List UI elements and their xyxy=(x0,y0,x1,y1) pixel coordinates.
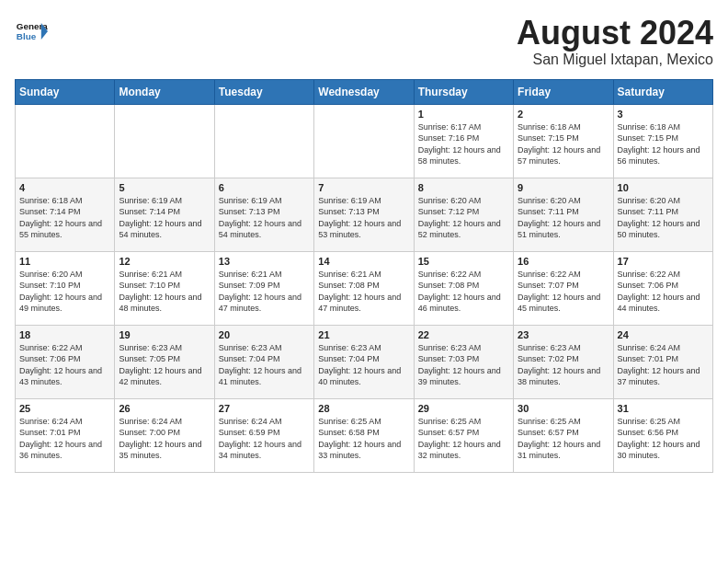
calendar-cell: 26Sunrise: 6:24 AMSunset: 7:00 PMDayligh… xyxy=(115,398,214,472)
day-header-monday: Monday xyxy=(115,79,214,104)
calendar-cell xyxy=(314,104,414,178)
day-info: Sunrise: 6:22 AMSunset: 7:06 PMDaylight:… xyxy=(618,269,709,315)
week-row-3: 11Sunrise: 6:20 AMSunset: 7:10 PMDayligh… xyxy=(16,251,713,325)
calendar-cell xyxy=(115,104,214,178)
calendar-cell: 13Sunrise: 6:21 AMSunset: 7:09 PMDayligh… xyxy=(214,251,313,325)
calendar-cell: 9Sunrise: 6:20 AMSunset: 7:11 PMDaylight… xyxy=(514,178,613,251)
day-number: 3 xyxy=(618,109,709,120)
title-block: August 2024 San Miguel Ixtapan, Mexico xyxy=(517,15,713,68)
day-info: Sunrise: 6:18 AMSunset: 7:14 PMDaylight:… xyxy=(19,195,110,241)
calendar-cell: 20Sunrise: 6:23 AMSunset: 7:04 PMDayligh… xyxy=(214,325,313,398)
day-number: 2 xyxy=(518,109,609,120)
day-number: 15 xyxy=(418,256,509,267)
calendar-cell: 7Sunrise: 6:19 AMSunset: 7:13 PMDaylight… xyxy=(314,178,414,251)
calendar-cell: 19Sunrise: 6:23 AMSunset: 7:05 PMDayligh… xyxy=(115,325,214,398)
day-info: Sunrise: 6:23 AMSunset: 7:03 PMDaylight:… xyxy=(418,342,509,388)
day-number: 19 xyxy=(119,329,210,340)
day-info: Sunrise: 6:25 AMSunset: 6:57 PMDaylight:… xyxy=(418,416,509,462)
day-info: Sunrise: 6:19 AMSunset: 7:13 PMDaylight:… xyxy=(318,195,409,241)
day-header-saturday: Saturday xyxy=(613,79,712,104)
calendar-cell: 14Sunrise: 6:21 AMSunset: 7:08 PMDayligh… xyxy=(314,251,414,325)
day-number: 28 xyxy=(318,403,409,414)
day-number: 4 xyxy=(19,182,110,193)
day-info: Sunrise: 6:18 AMSunset: 7:15 PMDaylight:… xyxy=(618,121,709,167)
calendar-cell: 21Sunrise: 6:23 AMSunset: 7:04 PMDayligh… xyxy=(314,325,414,398)
calendar-cell: 4Sunrise: 6:18 AMSunset: 7:14 PMDaylight… xyxy=(16,178,115,251)
day-number: 17 xyxy=(618,256,709,267)
calendar-table: SundayMondayTuesdayWednesdayThursdayFrid… xyxy=(15,79,713,473)
day-info: Sunrise: 6:22 AMSunset: 7:08 PMDaylight:… xyxy=(418,269,509,315)
calendar-cell: 17Sunrise: 6:22 AMSunset: 7:06 PMDayligh… xyxy=(613,251,712,325)
calendar-cell: 30Sunrise: 6:25 AMSunset: 6:57 PMDayligh… xyxy=(514,398,613,472)
day-header-sunday: Sunday xyxy=(16,79,115,104)
page-header: General Blue August 2024 San Miguel Ixta… xyxy=(15,15,713,68)
day-number: 30 xyxy=(518,403,609,414)
day-number: 6 xyxy=(219,182,310,193)
day-number: 23 xyxy=(518,329,609,340)
location-subtitle: San Miguel Ixtapan, Mexico xyxy=(517,52,713,68)
calendar-cell: 22Sunrise: 6:23 AMSunset: 7:03 PMDayligh… xyxy=(414,325,513,398)
day-info: Sunrise: 6:22 AMSunset: 7:07 PMDaylight:… xyxy=(518,269,609,315)
day-number: 8 xyxy=(418,182,509,193)
calendar-cell: 3Sunrise: 6:18 AMSunset: 7:15 PMDaylight… xyxy=(613,104,712,178)
svg-text:Blue: Blue xyxy=(17,31,37,41)
calendar-cell: 8Sunrise: 6:20 AMSunset: 7:12 PMDaylight… xyxy=(414,178,513,251)
day-info: Sunrise: 6:25 AMSunset: 6:58 PMDaylight:… xyxy=(318,416,409,462)
day-info: Sunrise: 6:18 AMSunset: 7:15 PMDaylight:… xyxy=(518,121,609,167)
day-info: Sunrise: 6:23 AMSunset: 7:02 PMDaylight:… xyxy=(518,342,609,388)
calendar-cell: 11Sunrise: 6:20 AMSunset: 7:10 PMDayligh… xyxy=(16,251,115,325)
calendar-cell: 10Sunrise: 6:20 AMSunset: 7:11 PMDayligh… xyxy=(613,178,712,251)
day-info: Sunrise: 6:21 AMSunset: 7:09 PMDaylight:… xyxy=(219,269,310,315)
calendar-cell: 27Sunrise: 6:24 AMSunset: 6:59 PMDayligh… xyxy=(214,398,313,472)
day-number: 27 xyxy=(219,403,310,414)
day-number: 1 xyxy=(418,109,509,120)
day-info: Sunrise: 6:20 AMSunset: 7:12 PMDaylight:… xyxy=(418,195,509,241)
day-header-tuesday: Tuesday xyxy=(214,79,313,104)
month-year-title: August 2024 xyxy=(517,15,713,52)
day-info: Sunrise: 6:24 AMSunset: 7:00 PMDaylight:… xyxy=(119,416,210,462)
day-info: Sunrise: 6:19 AMSunset: 7:13 PMDaylight:… xyxy=(219,195,310,241)
day-number: 29 xyxy=(418,403,509,414)
day-number: 26 xyxy=(119,403,210,414)
calendar-cell: 5Sunrise: 6:19 AMSunset: 7:14 PMDaylight… xyxy=(115,178,214,251)
day-info: Sunrise: 6:20 AMSunset: 7:11 PMDaylight:… xyxy=(618,195,709,241)
calendar-cell xyxy=(16,104,115,178)
calendar-cell: 18Sunrise: 6:22 AMSunset: 7:06 PMDayligh… xyxy=(16,325,115,398)
calendar-cell: 31Sunrise: 6:25 AMSunset: 6:56 PMDayligh… xyxy=(613,398,712,472)
day-number: 24 xyxy=(618,329,709,340)
day-number: 14 xyxy=(318,256,409,267)
day-info: Sunrise: 6:21 AMSunset: 7:10 PMDaylight:… xyxy=(119,269,210,315)
calendar-cell: 29Sunrise: 6:25 AMSunset: 6:57 PMDayligh… xyxy=(414,398,513,472)
calendar-cell: 24Sunrise: 6:24 AMSunset: 7:01 PMDayligh… xyxy=(613,325,712,398)
day-headers-row: SundayMondayTuesdayWednesdayThursdayFrid… xyxy=(16,79,713,104)
day-number: 9 xyxy=(518,182,609,193)
day-info: Sunrise: 6:24 AMSunset: 7:01 PMDaylight:… xyxy=(618,342,709,388)
logo-icon: General Blue xyxy=(15,15,48,48)
day-info: Sunrise: 6:23 AMSunset: 7:04 PMDaylight:… xyxy=(219,342,310,388)
week-row-1: 1Sunrise: 6:17 AMSunset: 7:16 PMDaylight… xyxy=(16,104,713,178)
day-info: Sunrise: 6:20 AMSunset: 7:10 PMDaylight:… xyxy=(19,269,110,315)
calendar-cell: 28Sunrise: 6:25 AMSunset: 6:58 PMDayligh… xyxy=(314,398,414,472)
calendar-cell: 16Sunrise: 6:22 AMSunset: 7:07 PMDayligh… xyxy=(514,251,613,325)
day-info: Sunrise: 6:22 AMSunset: 7:06 PMDaylight:… xyxy=(19,342,110,388)
week-row-5: 25Sunrise: 6:24 AMSunset: 7:01 PMDayligh… xyxy=(16,398,713,472)
day-info: Sunrise: 6:21 AMSunset: 7:08 PMDaylight:… xyxy=(318,269,409,315)
day-info: Sunrise: 6:24 AMSunset: 7:01 PMDaylight:… xyxy=(19,416,110,462)
day-info: Sunrise: 6:23 AMSunset: 7:04 PMDaylight:… xyxy=(318,342,409,388)
day-number: 31 xyxy=(618,403,709,414)
calendar-cell: 12Sunrise: 6:21 AMSunset: 7:10 PMDayligh… xyxy=(115,251,214,325)
day-header-wednesday: Wednesday xyxy=(314,79,414,104)
week-row-2: 4Sunrise: 6:18 AMSunset: 7:14 PMDaylight… xyxy=(16,178,713,251)
day-info: Sunrise: 6:20 AMSunset: 7:11 PMDaylight:… xyxy=(518,195,609,241)
day-number: 16 xyxy=(518,256,609,267)
day-number: 18 xyxy=(19,329,110,340)
calendar-cell: 25Sunrise: 6:24 AMSunset: 7:01 PMDayligh… xyxy=(16,398,115,472)
day-number: 12 xyxy=(119,256,210,267)
day-number: 10 xyxy=(618,182,709,193)
day-header-friday: Friday xyxy=(514,79,613,104)
calendar-cell: 6Sunrise: 6:19 AMSunset: 7:13 PMDaylight… xyxy=(214,178,313,251)
day-info: Sunrise: 6:23 AMSunset: 7:05 PMDaylight:… xyxy=(119,342,210,388)
day-number: 7 xyxy=(318,182,409,193)
calendar-cell: 23Sunrise: 6:23 AMSunset: 7:02 PMDayligh… xyxy=(514,325,613,398)
day-number: 22 xyxy=(418,329,509,340)
